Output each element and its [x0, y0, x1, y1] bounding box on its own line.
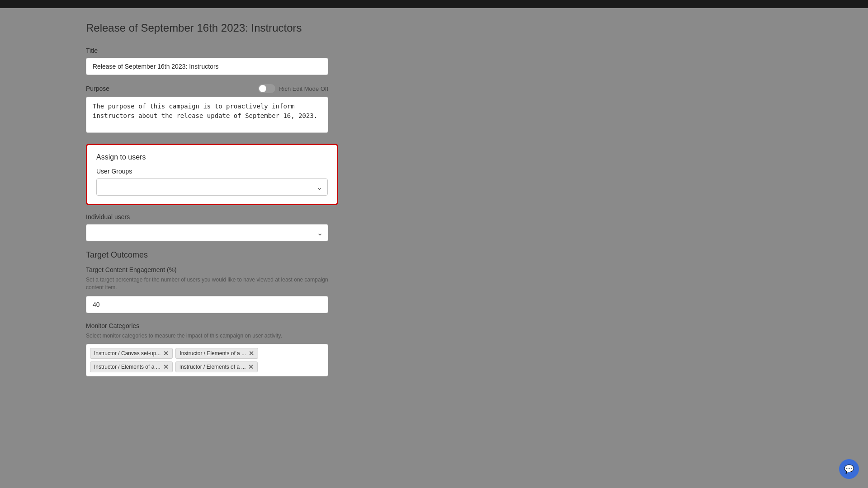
purpose-label: Purpose — [86, 85, 109, 92]
chat-icon: 💬 — [844, 464, 854, 474]
title-section: Title — [86, 47, 328, 75]
assign-users-title: Assign to users — [96, 153, 328, 161]
tag-label: Instructor / Canvas set-up... — [94, 350, 160, 357]
tags-container: Instructor / Canvas set-up... ✕ Instruct… — [86, 344, 328, 376]
page-title: Release of September 16th 2023: Instruct… — [86, 22, 782, 34]
purpose-section: Purpose Rich Edit Mode Off The purpose o… — [86, 84, 328, 135]
individual-users-label: Individual users — [86, 213, 328, 221]
user-groups-input[interactable] — [96, 178, 328, 196]
target-outcomes-section: Target Outcomes Target Content Engagemen… — [86, 250, 328, 313]
user-groups-section: User Groups ⌄ — [96, 168, 328, 196]
monitor-helper: Select monitor categories to measure the… — [86, 332, 328, 340]
monitor-title: Monitor Categories — [86, 322, 328, 329]
tag-close-icon[interactable]: ✕ — [163, 350, 169, 357]
tag-label: Instructor / Elements of a ... — [179, 364, 246, 370]
individual-users-dropdown-container: ⌄ — [86, 224, 328, 241]
tag-close-icon[interactable]: ✕ — [249, 350, 254, 357]
top-bar — [0, 0, 868, 8]
tag-item: Instructor / Canvas set-up... ✕ — [90, 348, 173, 359]
chat-button[interactable]: 💬 — [839, 459, 859, 479]
rich-edit-toggle[interactable] — [258, 84, 275, 93]
engagement-title: Target Content Engagement (%) — [86, 266, 328, 273]
title-input[interactable] — [86, 58, 328, 75]
individual-users-section: Individual users ⌄ — [86, 213, 328, 241]
purpose-header: Purpose Rich Edit Mode Off — [86, 84, 328, 93]
tag-label: Instructor / Elements of a ... — [179, 350, 246, 357]
title-label: Title — [86, 47, 328, 54]
engagement-helper: Set a target percentage for the number o… — [86, 276, 328, 291]
tag-item: Instructor / Elements of a ... ✕ — [90, 361, 173, 372]
individual-users-input[interactable] — [86, 224, 328, 241]
toggle-label: Rich Edit Mode Off — [279, 85, 328, 92]
tag-close-icon[interactable]: ✕ — [248, 364, 254, 370]
purpose-textarea[interactable]: The purpose of this campaign is to proac… — [86, 97, 328, 133]
content-area: Release of September 16th 2023: Instruct… — [0, 8, 868, 390]
page-container: Release of September 16th 2023: Instruct… — [0, 0, 868, 488]
engagement-input[interactable] — [86, 296, 328, 313]
tag-label: Instructor / Elements of a ... — [94, 364, 160, 370]
target-outcomes-title: Target Outcomes — [86, 250, 328, 260]
assign-users-box: Assign to users User Groups ⌄ — [86, 144, 338, 205]
toggle-container: Rich Edit Mode Off — [258, 84, 328, 93]
user-groups-label: User Groups — [96, 168, 328, 175]
user-groups-dropdown-container: ⌄ — [96, 178, 328, 196]
tag-item: Instructor / Elements of a ... ✕ — [175, 361, 258, 372]
monitor-categories-section: Monitor Categories Select monitor catego… — [86, 322, 328, 377]
tag-close-icon[interactable]: ✕ — [163, 364, 169, 370]
tag-item: Instructor / Elements of a ... ✕ — [175, 348, 258, 359]
